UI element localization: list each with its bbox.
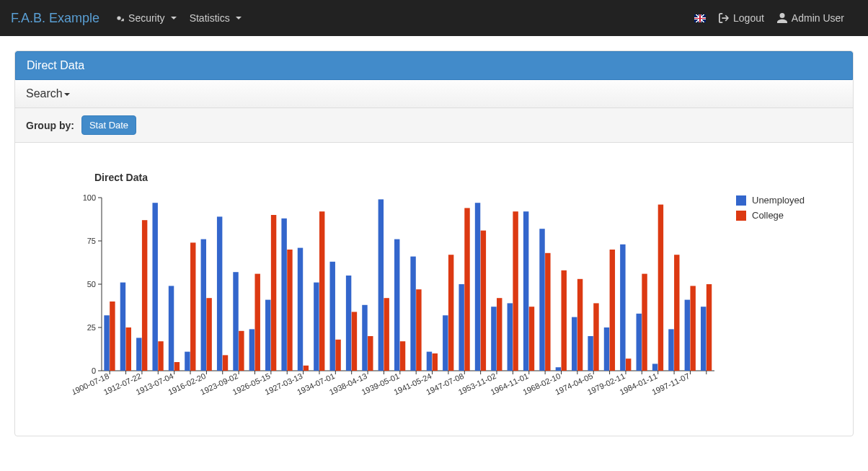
svg-rect-35 xyxy=(475,203,480,371)
svg-rect-81 xyxy=(610,250,615,371)
svg-text:75: 75 xyxy=(87,237,96,245)
bar-chart: 02550751001900-07-181912-07-221913-07-04… xyxy=(73,190,722,421)
svg-rect-51 xyxy=(126,327,131,371)
legend-label: Unemployed xyxy=(752,195,805,206)
nav-security-label: Security xyxy=(128,12,165,24)
svg-rect-13 xyxy=(120,283,125,371)
svg-rect-78 xyxy=(562,270,567,371)
svg-rect-60 xyxy=(271,215,276,371)
svg-rect-54 xyxy=(174,362,180,371)
svg-rect-36 xyxy=(491,307,496,371)
svg-rect-44 xyxy=(620,245,625,371)
svg-rect-71 xyxy=(448,255,453,371)
svg-rect-18 xyxy=(201,239,206,371)
groupby-label: Group by: xyxy=(26,120,74,131)
svg-rect-46 xyxy=(652,364,657,371)
svg-rect-20 xyxy=(233,272,238,371)
svg-rect-74 xyxy=(497,298,502,371)
svg-rect-23 xyxy=(281,219,286,371)
svg-rect-22 xyxy=(265,300,270,371)
svg-text:25: 25 xyxy=(87,323,96,332)
groupby-statdate-button[interactable]: Stat Date xyxy=(81,115,136,135)
legend-swatch-college xyxy=(736,211,746,221)
logout-icon xyxy=(719,13,729,23)
svg-rect-83 xyxy=(642,274,647,371)
nav-statistics-label: Statistics xyxy=(190,12,230,24)
svg-rect-73 xyxy=(481,231,486,371)
logout-label: Logout xyxy=(733,12,764,24)
brand-link[interactable]: F.A.B. Example xyxy=(11,11,99,26)
top-navbar: F.A.B. Example Security Statistics Logou… xyxy=(0,0,868,36)
svg-rect-16 xyxy=(169,286,174,371)
svg-text:50: 50 xyxy=(87,280,96,289)
svg-rect-85 xyxy=(674,255,679,371)
nav-security[interactable]: Security xyxy=(114,12,177,24)
groupby-bar: Group by: Stat Date xyxy=(15,108,853,143)
svg-rect-65 xyxy=(352,312,357,371)
svg-rect-30 xyxy=(394,239,399,371)
svg-rect-84 xyxy=(658,205,663,371)
svg-rect-45 xyxy=(637,314,642,371)
user-menu[interactable]: Admin User xyxy=(777,12,844,24)
svg-rect-33 xyxy=(443,315,448,371)
svg-rect-29 xyxy=(378,199,384,371)
chart-legend: Unemployed College xyxy=(736,190,805,225)
svg-rect-28 xyxy=(362,305,367,371)
locale-switcher[interactable] xyxy=(694,14,706,22)
svg-rect-15 xyxy=(152,203,157,371)
svg-rect-43 xyxy=(604,327,609,371)
svg-rect-63 xyxy=(319,211,324,371)
chart-area: Direct Data 02550751001900-07-181912-07-… xyxy=(15,143,853,436)
svg-rect-75 xyxy=(513,211,518,371)
svg-rect-80 xyxy=(593,303,598,371)
svg-rect-77 xyxy=(545,253,550,371)
search-label: Search xyxy=(26,87,63,100)
svg-rect-82 xyxy=(626,358,631,371)
svg-rect-57 xyxy=(223,355,228,371)
svg-rect-76 xyxy=(529,307,534,371)
svg-rect-59 xyxy=(255,274,260,371)
chevron-down-icon xyxy=(171,17,177,19)
svg-rect-62 xyxy=(304,366,309,371)
svg-rect-27 xyxy=(346,276,351,371)
svg-rect-40 xyxy=(556,367,561,371)
svg-rect-34 xyxy=(459,284,464,371)
svg-rect-42 xyxy=(588,336,593,371)
chart-title: Direct Data xyxy=(94,172,838,183)
svg-rect-70 xyxy=(433,353,438,371)
svg-rect-53 xyxy=(158,341,163,371)
svg-rect-19 xyxy=(217,216,222,371)
svg-rect-72 xyxy=(464,208,469,371)
svg-rect-69 xyxy=(416,289,421,371)
svg-rect-12 xyxy=(104,315,109,371)
flag-uk-icon xyxy=(694,14,706,22)
svg-rect-41 xyxy=(572,317,577,371)
svg-rect-56 xyxy=(206,298,211,371)
svg-rect-66 xyxy=(368,336,373,371)
svg-rect-87 xyxy=(707,284,712,371)
chevron-down-icon xyxy=(236,17,242,19)
svg-rect-38 xyxy=(523,211,528,371)
svg-rect-26 xyxy=(330,262,335,371)
svg-rect-25 xyxy=(314,283,319,371)
svg-rect-39 xyxy=(539,229,544,371)
svg-rect-58 xyxy=(239,331,244,371)
direct-data-panel: Direct Data Search Group by: Stat Date D… xyxy=(14,50,854,436)
panel-title: Direct Data xyxy=(15,51,853,80)
svg-rect-79 xyxy=(577,279,583,371)
search-toggle[interactable]: Search xyxy=(15,80,853,108)
legend-swatch-unemployed xyxy=(736,195,746,206)
svg-rect-31 xyxy=(410,257,415,371)
svg-rect-21 xyxy=(249,329,254,371)
user-label: Admin User xyxy=(792,12,844,24)
svg-rect-61 xyxy=(287,250,292,371)
legend-college: College xyxy=(736,210,805,221)
svg-rect-52 xyxy=(142,220,147,371)
logout-link[interactable]: Logout xyxy=(719,12,764,24)
svg-rect-68 xyxy=(400,341,405,371)
svg-rect-48 xyxy=(685,300,690,371)
svg-rect-55 xyxy=(190,242,195,371)
nav-statistics[interactable]: Statistics xyxy=(190,12,242,24)
svg-rect-49 xyxy=(701,307,706,371)
gear-icon xyxy=(114,13,124,23)
